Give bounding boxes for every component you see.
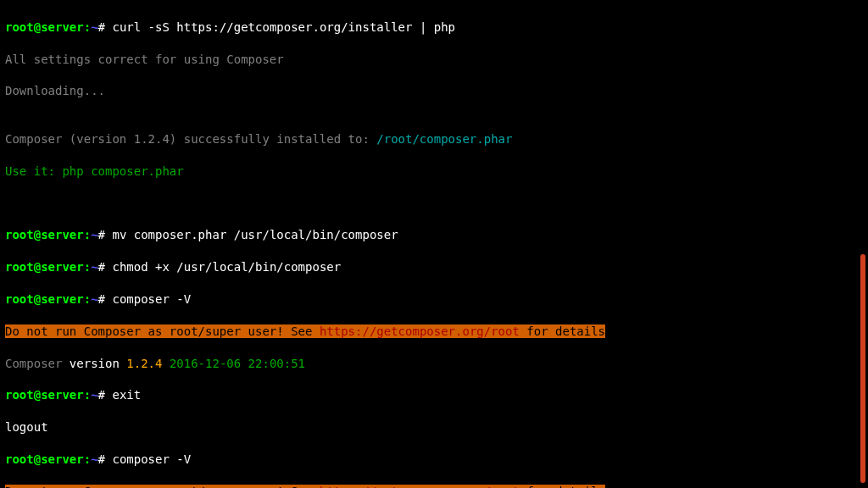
prompt-path: ~ [91, 20, 97, 34]
output-line: logout [5, 419, 863, 435]
output-line: Downloading... [5, 83, 863, 99]
command-text: curl -sS https://getcomposer.org/install… [105, 20, 455, 34]
version-line: Composer version 1.2.4 2016-12-06 22:00:… [5, 356, 863, 372]
command-text: mv composer.phar /usr/local/bin/composer [105, 228, 398, 241]
prompt-line: root@server:~# composer -V [5, 291, 863, 308]
prompt-line: root@server:~# composer -V [5, 452, 863, 468]
output-line: Use it: php composer.phar [5, 164, 863, 180]
prompt-line: root@server:~# chmod +x /usr/local/bin/c… [5, 259, 863, 275]
command-text: composer -V [105, 292, 191, 306]
prompt-line: root@server:~# exit [5, 387, 863, 403]
blank-line [5, 196, 863, 212]
warning-line: Do not run Composer as root/super user! … [5, 324, 863, 340]
command-text: chmod +x /usr/local/bin/composer [105, 260, 341, 274]
command-text: exit [105, 388, 141, 402]
warning-line: Do not run Composer as root/super user! … [5, 484, 863, 488]
terminal-output-area[interactable]: root@server:~# curl -sS https://getcompo… [0, 0, 868, 488]
scrollbar-thumb[interactable] [860, 254, 865, 483]
prompt-user: root@server [5, 20, 84, 34]
prompt-line: root@server:~# curl -sS https://getcompo… [5, 19, 863, 36]
output-line: Composer (version 1.2.4) successfully in… [5, 131, 863, 147]
output-line: All settings correct for using Composer [5, 52, 863, 68]
prompt-line: root@server:~# mv composer.phar /usr/loc… [5, 227, 863, 243]
command-text: composer -V [105, 452, 191, 466]
prompt-hash: # [98, 20, 105, 34]
prompt-sep: : [84, 20, 91, 34]
